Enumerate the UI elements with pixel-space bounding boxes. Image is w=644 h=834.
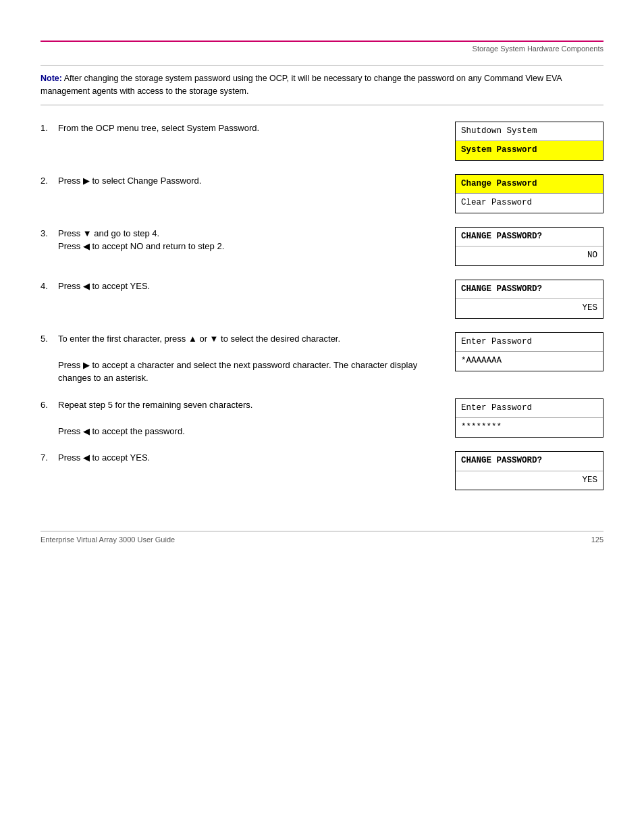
step-7-ocp: CHANGE PASSWORD? YES: [455, 451, 603, 490]
step-7-row: 7. Press ◀ to accept YES. CHANGE PASSWOR…: [41, 451, 603, 490]
step-6-ocp: Enter Password ********: [455, 398, 603, 438]
step-2-ocp-row-2: Clear Password: [456, 193, 603, 213]
step-6-text-area: 6. Repeat step 5 for the remaining seven…: [41, 398, 455, 438]
step-2-content: Press ▶ to select Change Password.: [58, 174, 441, 188]
step-4-ocp: CHANGE PASSWORD? YES: [455, 280, 603, 319]
step-5-ocp-row-1: Enter Password: [456, 333, 603, 352]
steps-container: 1. From the OCP menu tree, select System…: [41, 122, 603, 504]
step-4-ocp-row-2: YES: [456, 298, 603, 318]
step-7-text-area: 7. Press ◀ to accept YES.: [41, 451, 455, 465]
note-box: Note: After changing the storage system …: [41, 65, 603, 105]
step-5-line2: Press ▶ to accept a character and select…: [58, 360, 417, 384]
step-6-content: Repeat step 5 for the remaining seven ch…: [58, 398, 441, 438]
step-7-content: Press ◀ to accept YES.: [58, 451, 441, 465]
step-3-line1: Press ▼ and go to step 4.: [58, 228, 159, 238]
step-5-text-area: 5. To enter the first character, press ▲…: [41, 332, 455, 385]
step-5-content: To enter the first character, press ▲ or…: [58, 332, 441, 385]
step-5-row: 5. To enter the first character, press ▲…: [41, 332, 603, 385]
step-6-line1: Repeat step 5 for the remaining seven ch…: [58, 400, 252, 410]
step-7-number: 7.: [41, 451, 53, 465]
step-1-ocp-row-2: System Password: [456, 140, 603, 160]
step-4-text-area: 4. Press ◀ to accept YES.: [41, 280, 455, 293]
note-label: Note:: [41, 74, 62, 83]
step-2-row: 2. Press ▶ to select Change Password. Ch…: [41, 174, 603, 213]
step-3-ocp: CHANGE PASSWORD? NO: [455, 227, 603, 266]
step-2-ocp-row-1: Change Password: [456, 175, 603, 194]
step-4-ocp-row-1: CHANGE PASSWORD?: [456, 280, 603, 299]
step-5-ocp-row-2: *AAAAAAA: [456, 351, 603, 371]
step-1-ocp: Shutdown System System Password: [455, 122, 603, 161]
main-content: Note: After changing the storage system …: [0, 58, 644, 517]
step-6-ocp-row-1: Enter Password: [456, 399, 603, 418]
step-2-number: 2.: [41, 174, 53, 188]
step-4-number: 4.: [41, 280, 53, 293]
page: Storage System Hardware Components Note:…: [0, 41, 644, 834]
page-header-title: Storage System Hardware Components: [0, 42, 644, 58]
step-1-row: 1. From the OCP menu tree, select System…: [41, 122, 603, 161]
footer-left: Enterprise Virtual Array 3000 User Guide: [41, 536, 175, 544]
step-1-number: 1.: [41, 122, 53, 135]
step-3-ocp-row-2: NO: [456, 246, 603, 265]
step-1-text-area: 1. From the OCP menu tree, select System…: [41, 122, 455, 135]
step-5-ocp: Enter Password *AAAAAAA: [455, 332, 603, 371]
step-4-content: Press ◀ to accept YES.: [58, 280, 441, 293]
step-1-ocp-row-1: Shutdown System: [456, 122, 603, 141]
step-5-line1: To enter the first character, press ▲ or…: [58, 334, 340, 344]
step-7-ocp-row-2: YES: [456, 471, 603, 490]
step-6-row: 6. Repeat step 5 for the remaining seven…: [41, 398, 603, 438]
note-text: Note: After changing the storage system …: [41, 72, 603, 98]
footer: Enterprise Virtual Array 3000 User Guide…: [0, 531, 644, 548]
step-7-ocp-row-1: CHANGE PASSWORD?: [456, 452, 603, 471]
footer-right: 125: [591, 536, 603, 544]
step-3-line2: Press ◀ to accept NO and return to step …: [58, 241, 224, 251]
step-4-row: 4. Press ◀ to accept YES. CHANGE PASSWOR…: [41, 280, 603, 319]
step-6-ocp-row-2: ********: [456, 417, 603, 437]
step-6-line2: Press ◀ to accept the password.: [58, 426, 185, 436]
step-1-content: From the OCP menu tree, select System Pa…: [58, 122, 441, 135]
step-3-row: 3. Press ▼ and go to step 4. Press ◀ to …: [41, 227, 603, 266]
step-3-content: Press ▼ and go to step 4. Press ◀ to acc…: [58, 227, 441, 253]
note-body: After changing the storage system passwo…: [41, 74, 562, 96]
step-3-ocp-row-1: CHANGE PASSWORD?: [456, 228, 603, 246]
step-3-number: 3.: [41, 227, 53, 253]
step-3-text-area: 3. Press ▼ and go to step 4. Press ◀ to …: [41, 227, 455, 253]
step-5-number: 5.: [41, 332, 53, 385]
step-2-ocp: Change Password Clear Password: [455, 174, 603, 213]
step-2-text-area: 2. Press ▶ to select Change Password.: [41, 174, 455, 188]
step-6-number: 6.: [41, 398, 53, 438]
